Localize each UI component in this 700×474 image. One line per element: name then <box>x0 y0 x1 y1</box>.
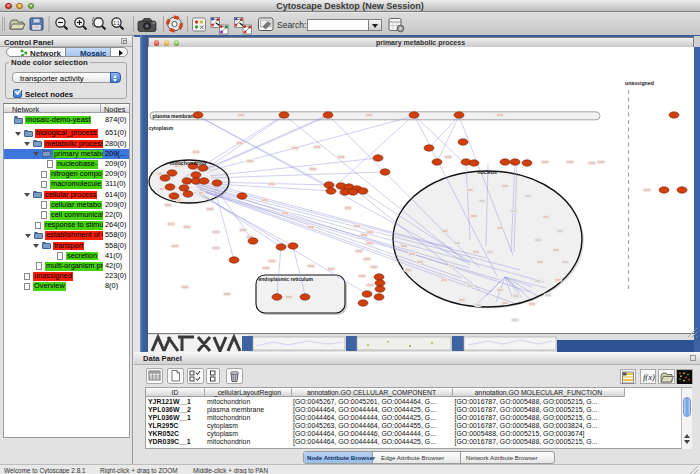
svg-text:1:1: 1:1 <box>113 21 120 26</box>
svg-text:nucleus: nucleus <box>477 169 497 175</box>
svg-text:plasma membrane: plasma membrane <box>153 113 197 119</box>
svg-text:endoplasmic reticulum: endoplasmic reticulum <box>259 276 314 282</box>
svg-text:unassigned: unassigned <box>625 80 654 86</box>
svg-text:mitochondrion: mitochondrion <box>170 160 206 166</box>
svg-text:cytoplasm: cytoplasm <box>149 125 174 131</box>
